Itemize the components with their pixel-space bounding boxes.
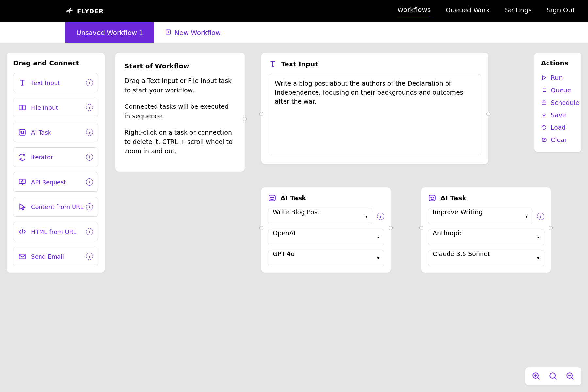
node-output-port[interactable] (486, 112, 490, 116)
text-input-textarea[interactable] (269, 74, 481, 155)
palette-iterator[interactable]: Iterator i (13, 147, 98, 167)
start-node[interactable]: Start of Workflow Drag a Text Input or F… (115, 53, 245, 172)
play-icon (541, 75, 547, 81)
load-icon (541, 124, 547, 130)
info-icon[interactable]: i (86, 154, 93, 161)
svg-point-13 (433, 197, 434, 198)
ai-task-node-2[interactable]: AI Task Improve Writing i Anthropic Clau… (421, 187, 551, 273)
info-icon[interactable]: i (86, 253, 93, 260)
info-icon[interactable]: i (86, 178, 93, 186)
svg-rect-8 (269, 195, 275, 201)
ai-task-type-select[interactable]: Improve Writing (428, 208, 532, 224)
action-label: Load (551, 124, 566, 131)
svg-rect-14 (542, 101, 546, 105)
nav-workflows[interactable]: Workflows (397, 6, 431, 16)
nav-settings[interactable]: Settings (505, 6, 532, 16)
palette-content-from-url[interactable]: Content from URL i (13, 197, 98, 217)
node-input-port[interactable] (419, 226, 423, 230)
text-input-node[interactable]: Text Input (261, 53, 488, 164)
ai-provider-select[interactable]: Anthropic (428, 229, 544, 245)
node-input-port[interactable] (259, 226, 263, 230)
brand: FLYDER (65, 6, 104, 16)
palette-file-input[interactable]: File Input i (13, 98, 98, 117)
info-icon[interactable]: i (86, 203, 93, 210)
node-output-port[interactable] (243, 117, 247, 121)
node-title: AI Task (280, 194, 306, 202)
workflow-tabbar: Unsaved Workflow 1 New Workflow (0, 22, 588, 43)
ai-task-icon (268, 194, 276, 202)
zoom-out-button[interactable] (566, 372, 575, 381)
tab-new-workflow[interactable]: New Workflow (154, 22, 232, 43)
zoom-in-button[interactable] (532, 372, 541, 381)
info-icon[interactable]: i (86, 228, 93, 235)
brand-logo-icon (65, 6, 74, 16)
svg-point-17 (550, 373, 555, 378)
clear-icon (541, 137, 547, 143)
start-node-title: Start of Workflow (124, 61, 236, 71)
ai-model-select[interactable]: Claude 3.5 Sonnet (428, 250, 544, 266)
file-input-icon (18, 103, 26, 112)
start-node-p3: Right-click on a task or connection to d… (124, 128, 236, 156)
ai-provider-select[interactable]: OpenAI (268, 229, 384, 245)
action-load[interactable]: Load (541, 121, 575, 134)
tab-active-workflow[interactable]: Unsaved Workflow 1 (65, 22, 154, 43)
task-palette: Drag and Connect Text Input i File Input… (7, 53, 105, 273)
content-url-icon (18, 203, 26, 211)
node-input-port[interactable] (259, 112, 263, 116)
info-icon[interactable]: i (377, 213, 384, 220)
palette-title: Drag and Connect (13, 59, 98, 67)
select-value: Write Blog Post (273, 208, 320, 216)
svg-point-10 (273, 197, 274, 198)
node-output-port[interactable] (549, 226, 553, 230)
palette-item-label: Send Email (31, 253, 64, 260)
action-label: Schedule (551, 99, 579, 106)
palette-item-label: File Input (31, 104, 58, 111)
action-clear[interactable]: Clear (541, 134, 575, 146)
info-icon[interactable]: i (86, 79, 93, 86)
tab-new-label: New Workflow (174, 29, 221, 37)
zoom-reset-button[interactable] (549, 372, 558, 381)
svg-rect-3 (19, 129, 25, 135)
ai-task-node-1[interactable]: AI Task Write Blog Post i OpenAI GPT-4o (261, 187, 391, 273)
info-icon[interactable]: i (86, 129, 93, 136)
palette-text-input[interactable]: Text Input i (13, 73, 98, 92)
action-run[interactable]: Run (541, 72, 575, 84)
ai-task-icon (428, 194, 436, 202)
palette-send-email[interactable]: Send Email i (13, 247, 98, 266)
iterator-icon (18, 153, 26, 161)
start-node-p1: Drag a Text Input or File Input task to … (124, 76, 236, 95)
ai-task-type-select[interactable]: Write Blog Post (268, 208, 372, 224)
node-title: AI Task (440, 194, 466, 202)
svg-rect-1 (19, 105, 22, 110)
nav-links: Workflows Queued Work Settings Sign Out (397, 6, 575, 16)
nav-queued-work[interactable]: Queued Work (446, 6, 490, 16)
action-queue[interactable]: Queue (541, 84, 575, 96)
workflow-canvas[interactable]: Drag and Connect Text Input i File Input… (0, 43, 588, 392)
select-value: Improve Writing (433, 208, 482, 216)
palette-item-label: Iterator (31, 154, 53, 161)
text-input-icon (18, 78, 26, 87)
action-save[interactable]: Save (541, 109, 575, 121)
palette-api-request[interactable]: API Request i (13, 172, 98, 192)
brand-name: FLYDER (77, 8, 104, 15)
text-input-icon (269, 60, 277, 68)
palette-item-label: HTML from URL (31, 228, 76, 235)
save-icon (541, 112, 547, 118)
node-output-port[interactable] (389, 226, 393, 230)
ai-model-select[interactable]: GPT-4o (268, 250, 384, 266)
svg-rect-2 (23, 105, 25, 110)
select-value: Claude 3.5 Sonnet (433, 250, 490, 257)
palette-html-from-url[interactable]: HTML from URL i (13, 222, 98, 241)
palette-ai-task[interactable]: AI Task i (13, 122, 98, 142)
select-value: OpenAI (273, 229, 295, 237)
select-value: Anthropic (433, 229, 463, 237)
svg-point-4 (21, 132, 22, 133)
action-schedule[interactable]: Schedule (541, 96, 575, 109)
actions-title: Actions (541, 59, 575, 67)
info-icon[interactable]: i (86, 104, 93, 111)
svg-point-9 (270, 197, 271, 198)
info-icon[interactable]: i (537, 213, 544, 220)
nav-sign-out[interactable]: Sign Out (547, 6, 575, 16)
action-label: Run (551, 74, 563, 81)
action-label: Clear (551, 136, 567, 143)
